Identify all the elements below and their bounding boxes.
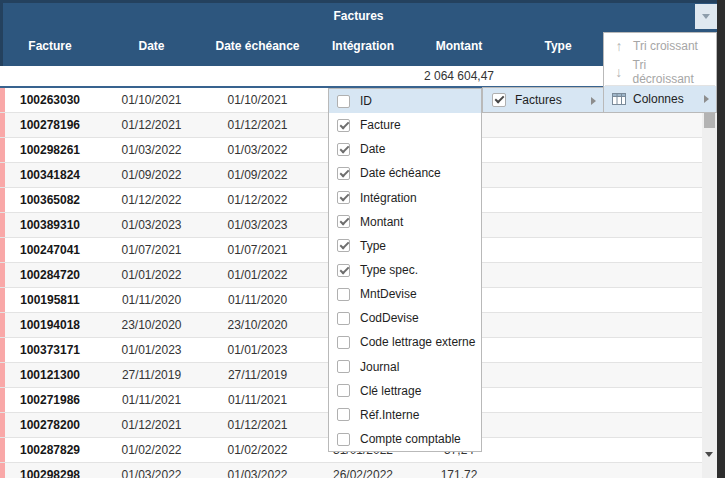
cell-date-echeance: 01/03/2022 <box>203 463 312 478</box>
cell-date-echeance: 01/01/2022 <box>203 263 312 287</box>
tables-submenu-item-factures[interactable]: Factures <box>483 88 603 112</box>
cell-facture: 100121300 <box>0 363 100 387</box>
submenu-arrow-icon <box>591 97 596 105</box>
scrollbar-down-button[interactable] <box>705 450 714 459</box>
sort-ascending-icon: ↑ <box>612 38 626 54</box>
columns-submenu-item-label: Montant <box>360 215 403 229</box>
cell-date-echeance: 01/12/2022 <box>203 188 312 212</box>
table-row[interactable]: 10029829801/03/202201/03/202226/02/20221… <box>0 463 702 478</box>
cell-facture: 100247041 <box>0 238 100 262</box>
checkbox-icon[interactable] <box>337 143 350 156</box>
cell-date: 01/11/2021 <box>100 388 203 412</box>
checkbox-icon[interactable] <box>337 215 350 228</box>
columns-submenu-item[interactable]: Type <box>329 234 481 258</box>
columns-icon <box>612 93 626 105</box>
submenu-arrow-icon <box>704 95 709 103</box>
columns-submenu-item-label: MntDevise <box>360 287 417 301</box>
columns-submenu-item[interactable]: Type spec. <box>329 258 481 282</box>
cell-date: 01/02/2022 <box>100 438 203 462</box>
factures-grid-window: Factures Facture Date Date échéance Inté… <box>0 0 725 478</box>
checkbox-icon[interactable] <box>337 360 350 373</box>
checkbox-icon[interactable] <box>492 93 506 107</box>
checkbox-icon[interactable] <box>337 167 350 180</box>
header-menu-button[interactable] <box>695 4 717 29</box>
cell-date-echeance: 23/10/2020 <box>203 313 312 337</box>
columns-submenu-item[interactable]: Réf.Interne <box>329 403 481 427</box>
columns-submenu-item[interactable]: Intégration <box>329 186 481 210</box>
columns-submenu-item[interactable]: MntDevise <box>329 282 481 306</box>
window-border-top <box>0 0 725 3</box>
column-header-type[interactable]: Type <box>504 30 612 63</box>
column-header-facture[interactable]: Facture <box>0 30 100 63</box>
cell-date: 27/11/2019 <box>100 363 203 387</box>
cell-date-echeance: 01/12/2021 <box>203 413 312 437</box>
checkbox-icon[interactable] <box>337 191 350 204</box>
cell-date-echeance: 01/11/2020 <box>203 288 312 312</box>
cell-date: 01/12/2021 <box>100 413 203 437</box>
scrollbar-thumb[interactable] <box>704 113 715 128</box>
columns-submenu: IDFactureDateDate échéanceIntégrationMon… <box>328 88 482 452</box>
cell-facture: 100263030 <box>0 88 100 112</box>
columns-submenu-item[interactable]: Facture <box>329 113 481 137</box>
columns-submenu-item-label: Intégration <box>360 191 417 205</box>
checkbox-icon[interactable] <box>337 336 350 349</box>
chevron-down-icon <box>702 14 710 19</box>
scroll-down-icon <box>705 452 713 457</box>
cell-integration: 26/02/2022 <box>312 463 414 478</box>
cell-date-echeance: 01/07/2021 <box>203 238 312 262</box>
cell-date: 01/10/2021 <box>100 88 203 112</box>
columns-submenu-item[interactable]: CodDevise <box>329 306 481 330</box>
checkbox-icon[interactable] <box>337 384 350 397</box>
menu-item-label: Tri croissant <box>633 39 698 53</box>
menu-item-tri-decroissant[interactable]: ↓ Tri décroissant <box>604 59 716 85</box>
cell-date: 01/01/2023 <box>100 338 203 362</box>
cell-facture: 100195811 <box>0 288 100 312</box>
checkbox-icon[interactable] <box>337 119 350 132</box>
cell-facture: 100298261 <box>0 138 100 162</box>
checkbox-icon[interactable] <box>337 239 350 252</box>
cell-date: 01/12/2022 <box>100 188 203 212</box>
columns-submenu-item[interactable]: Compte comptable <box>329 427 481 451</box>
checkbox-icon[interactable] <box>337 264 350 277</box>
cell-date-echeance: 27/11/2019 <box>203 363 312 387</box>
cell-facture: 100298298 <box>0 463 100 478</box>
cell-facture: 100365082 <box>0 188 100 212</box>
columns-submenu-item-label: Facture <box>360 118 401 132</box>
checkbox-icon[interactable] <box>337 433 350 446</box>
columns-submenu-item-label: Code lettrage externe <box>360 335 475 349</box>
cell-date: 01/03/2022 <box>100 138 203 162</box>
columns-submenu-item-label: Clé lettrage <box>360 384 421 398</box>
cell-date-echeance: 01/03/2022 <box>203 138 312 162</box>
columns-submenu-item[interactable]: Clé lettrage <box>329 379 481 403</box>
columns-submenu-item[interactable]: ID <box>329 89 481 113</box>
cell-date-echeance: 01/03/2023 <box>203 213 312 237</box>
cell-date-echeance: 01/10/2021 <box>203 88 312 112</box>
columns-submenu-item[interactable]: Date <box>329 137 481 161</box>
columns-submenu-item[interactable]: Code lettrage externe <box>329 330 481 354</box>
columns-submenu-item[interactable]: Montant <box>329 210 481 234</box>
column-header-integration[interactable]: Intégration <box>312 30 414 63</box>
cell-facture: 100278200 <box>0 413 100 437</box>
checkbox-icon[interactable] <box>337 408 350 421</box>
menu-item-colonnes[interactable]: Colonnes <box>604 86 716 112</box>
cell-date-echeance: 01/02/2022 <box>203 438 312 462</box>
checkbox-icon[interactable] <box>337 95 350 108</box>
cell-facture: 100389310 <box>0 213 100 237</box>
cell-date: 01/01/2022 <box>100 263 203 287</box>
cell-date: 01/03/2022 <box>100 463 203 478</box>
column-header-date[interactable]: Date <box>100 30 203 63</box>
checkbox-icon[interactable] <box>337 312 350 325</box>
window-border-left <box>0 0 3 66</box>
columns-submenu-item-label: Journal <box>360 360 399 374</box>
tables-submenu: Factures <box>482 87 604 113</box>
columns-submenu-item-label: Type spec. <box>360 263 418 277</box>
vertical-scrollbar[interactable] <box>702 88 717 478</box>
checkbox-icon[interactable] <box>337 288 350 301</box>
menu-item-tri-croissant[interactable]: ↑ Tri croissant <box>604 33 716 59</box>
column-header-date-echeance[interactable]: Date échéance <box>203 30 312 63</box>
column-header-montant[interactable]: Montant <box>414 30 504 63</box>
window-border-right <box>717 0 725 478</box>
cell-date-echeance: 01/12/2021 <box>203 113 312 137</box>
columns-submenu-item[interactable]: Journal <box>329 355 481 379</box>
columns-submenu-item[interactable]: Date échéance <box>329 161 481 185</box>
